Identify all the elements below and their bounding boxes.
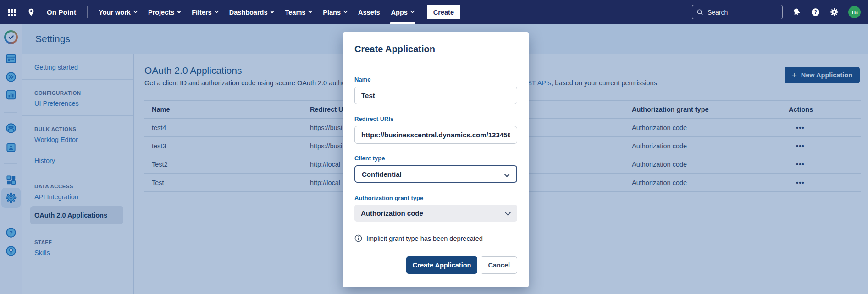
settings-gear-icon[interactable] xyxy=(829,7,839,17)
nav-item-your-work[interactable]: Your work xyxy=(99,0,137,24)
screen: On Point Your work Projects Filters Dash… xyxy=(0,0,868,294)
chevron-down-icon xyxy=(214,9,219,13)
cancel-button[interactable]: Cancel xyxy=(481,256,517,274)
search-input[interactable] xyxy=(692,5,783,19)
modal-actions: Create Application Cancel xyxy=(406,256,517,274)
nav-item-plans[interactable]: Plans xyxy=(323,0,347,24)
nav-item-teams[interactable]: Teams xyxy=(285,0,312,24)
info-icon xyxy=(354,234,362,242)
modal-title: Create Application xyxy=(354,44,517,54)
nav-item-dashboards[interactable]: Dashboards xyxy=(229,0,274,24)
help-icon[interactable]: ? xyxy=(811,7,820,17)
search-icon xyxy=(696,8,704,16)
search-box xyxy=(692,5,783,19)
create-application-modal: Create Application Name Redirect URIs Cl… xyxy=(343,32,529,287)
top-navigation: On Point Your work Projects Filters Dash… xyxy=(0,0,868,24)
chevron-down-icon xyxy=(410,9,415,13)
chevron-down-icon xyxy=(505,210,511,216)
grant-type-field-label: Authorization grant type xyxy=(354,195,517,201)
chevron-down-icon xyxy=(270,9,275,13)
create-button[interactable]: Create xyxy=(427,5,460,19)
svg-text:?: ? xyxy=(814,9,817,15)
chevron-down-icon xyxy=(504,171,510,177)
nav-left-group: On Point Your work Projects Filters Dash… xyxy=(8,0,460,24)
client-type-select[interactable]: Confidential xyxy=(354,165,517,183)
name-field[interactable] xyxy=(354,87,517,104)
chevron-down-icon xyxy=(177,9,182,13)
chevron-down-icon xyxy=(133,9,138,13)
client-type-field-label: Client type xyxy=(354,155,517,162)
chevron-down-icon xyxy=(343,9,348,13)
create-application-submit-button[interactable]: Create Application xyxy=(406,256,478,274)
nav-item-projects[interactable]: Projects xyxy=(148,0,181,24)
nav-item-filters[interactable]: Filters xyxy=(192,0,218,24)
nav-divider xyxy=(87,6,88,18)
app-switcher-icon[interactable] xyxy=(8,9,16,16)
info-text: Implicit grant type has been deprecated xyxy=(366,235,483,242)
nav-item-assets[interactable]: Assets xyxy=(358,0,380,24)
nav-item-apps[interactable]: Apps xyxy=(391,0,414,24)
nav-right-group: ? TB xyxy=(692,5,861,19)
location-pin-icon[interactable] xyxy=(27,8,36,17)
modal-divider xyxy=(354,64,517,64)
name-field-label: Name xyxy=(354,76,517,83)
chevron-down-icon xyxy=(308,9,313,13)
product-name: On Point xyxy=(47,8,76,16)
redirect-uris-field-label: Redirect URIs xyxy=(354,115,517,122)
deprecation-info: Implicit grant type has been deprecated xyxy=(354,234,517,242)
grant-type-select[interactable]: Authorization code xyxy=(354,205,517,222)
redirect-uris-field[interactable] xyxy=(354,126,517,144)
user-avatar[interactable]: TB xyxy=(848,6,861,18)
notifications-bell-icon[interactable] xyxy=(792,7,802,17)
